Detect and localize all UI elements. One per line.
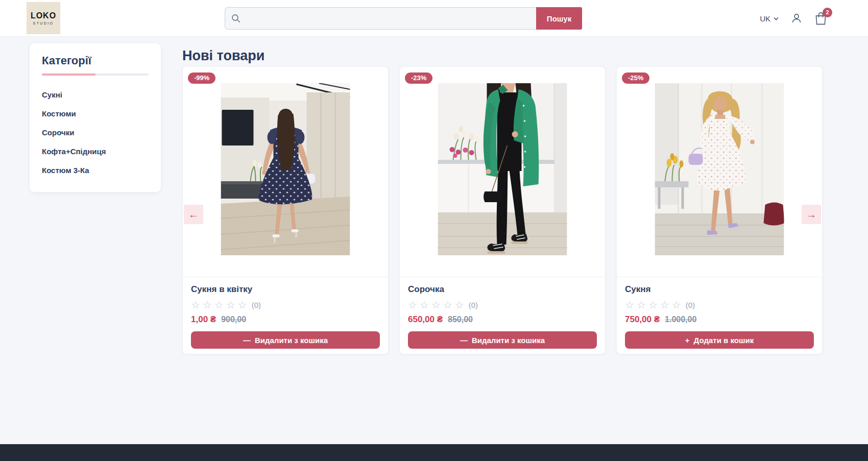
products-carousel: -99% [182,66,823,354]
discount-badge: -25% [622,72,649,84]
star-icon: ☆ [408,300,417,310]
star-icon: ☆ [455,300,464,310]
cart-button[interactable]: 2 [814,12,827,26]
search-button[interactable]: Пошук [536,7,582,30]
product-image[interactable] [221,83,350,255]
discount-badge: -23% [405,72,432,84]
arrow-left-icon: ← [188,209,199,221]
add-to-cart-button[interactable]: + Додати в кошик [625,331,814,349]
category-item-sukni[interactable]: Сукні [42,90,149,100]
star-icon: ☆ [214,300,224,310]
page: LOKO STUDIO Пошук UK [0,0,868,461]
categories-underline [42,74,149,76]
minus-icon: — [460,336,468,345]
minus-icon: — [243,336,251,345]
category-item-kofta-spidnytsya[interactable]: Кофта+Спідниця [42,147,149,156]
header: LOKO STUDIO Пошук UK [0,0,868,37]
star-icon: ☆ [203,300,212,310]
current-price: 1,00 ₴ [191,314,216,325]
star-icon: ☆ [191,300,200,310]
product-rating: ☆☆☆☆☆ (0) [408,300,597,310]
chevron-down-icon [774,17,779,20]
star-icon: ☆ [672,300,681,310]
rating-stars[interactable]: ☆☆☆☆☆ [625,300,681,310]
product-media: -99% [183,67,388,277]
header-right: UK 2 [760,0,827,37]
categories-title: Категорії [42,55,149,67]
product-info: Сорочка ☆☆☆☆☆ (0) 650,00 ₴ 850,00 — Вида… [400,277,605,354]
categories-nav: Сукні Костюми Сорочки Кофта+Спідниця Кос… [42,90,149,175]
star-icon: ☆ [238,300,247,310]
carousel-next-button[interactable]: → [802,205,821,224]
old-price: 850,00 [448,315,473,324]
product-image[interactable] [438,83,567,255]
footer [0,444,868,461]
language-selector[interactable]: UK [760,14,779,23]
remove-from-cart-button[interactable]: — Видалити з кошика [408,331,597,349]
language-label: UK [760,14,770,23]
product-media: -25% [617,67,822,277]
cart-button-label: Додати в кошик [694,336,754,345]
product-info: Сукня ☆☆☆☆☆ (0) 750,00 ₴ 1.000,00 + Дода… [617,277,822,354]
plus-icon: + [685,336,690,345]
price-row: 750,00 ₴ 1.000,00 [625,314,814,325]
star-icon: ☆ [648,300,658,310]
category-item-kostyumy[interactable]: Костюми [42,109,149,118]
old-price: 900,00 [221,315,246,324]
arrow-right-icon: → [806,209,816,221]
category-item-sorochky[interactable]: Сорочки [42,128,149,137]
categories-panel: Категорії Сукні Костюми Сорочки Кофта+Сп… [30,43,161,192]
rating-stars[interactable]: ☆☆☆☆☆ [408,300,464,310]
cart-button-label: Видалити з кошика [472,336,545,345]
logo[interactable]: LOKO STUDIO [27,2,60,34]
rating-count: (0) [469,301,478,309]
search-input[interactable] [245,8,536,29]
product-rating: ☆☆☆☆☆ (0) [625,300,814,310]
star-icon: ☆ [637,300,646,310]
star-icon: ☆ [443,300,452,310]
price-row: 1,00 ₴ 900,00 [191,314,380,325]
account-button[interactable] [791,13,802,24]
star-icon: ☆ [420,300,429,310]
product-image[interactable] [655,83,784,255]
user-icon [791,13,802,24]
current-price: 650,00 ₴ [408,314,443,325]
carousel-prev-button[interactable]: ← [184,205,203,224]
old-price: 1.000,00 [665,315,696,324]
product-card: -23% [399,66,606,354]
category-item-kostyum-3ka[interactable]: Костюм 3-Ка [42,166,149,175]
search-field[interactable] [225,7,536,30]
product-info: Сукня в квітку ☆☆☆☆☆ (0) 1,00 ₴ 900,00 —… [183,277,388,354]
current-price: 750,00 ₴ [625,314,660,325]
logo-subtitle: STUDIO [33,21,54,25]
remove-from-cart-button[interactable]: — Видалити з кошика [191,331,380,349]
search-bar: Пошук [225,7,582,30]
logo-title: LOKO [31,11,56,20]
cart-badge: 2 [823,8,832,17]
star-icon: ☆ [431,300,441,310]
rating-count: (0) [686,301,695,309]
search-icon [231,13,241,23]
product-media: -23% [400,67,605,277]
star-icon: ☆ [660,300,669,310]
product-rating: ☆☆☆☆☆ (0) [191,300,380,310]
product-title[interactable]: Сукня в квітку [191,284,380,295]
discount-badge: -99% [188,72,215,84]
product-card: -25% [616,66,823,354]
rating-count: (0) [252,301,261,309]
product-title[interactable]: Сукня [625,284,814,295]
price-row: 650,00 ₴ 850,00 [408,314,597,325]
star-icon: ☆ [226,300,235,310]
page-title: Нові товари [182,48,264,64]
cart-button-label: Видалити з кошика [255,336,328,345]
product-title[interactable]: Сорочка [408,284,597,295]
star-icon: ☆ [625,300,634,310]
product-card: -99% [182,66,389,354]
rating-stars[interactable]: ☆☆☆☆☆ [191,300,247,310]
